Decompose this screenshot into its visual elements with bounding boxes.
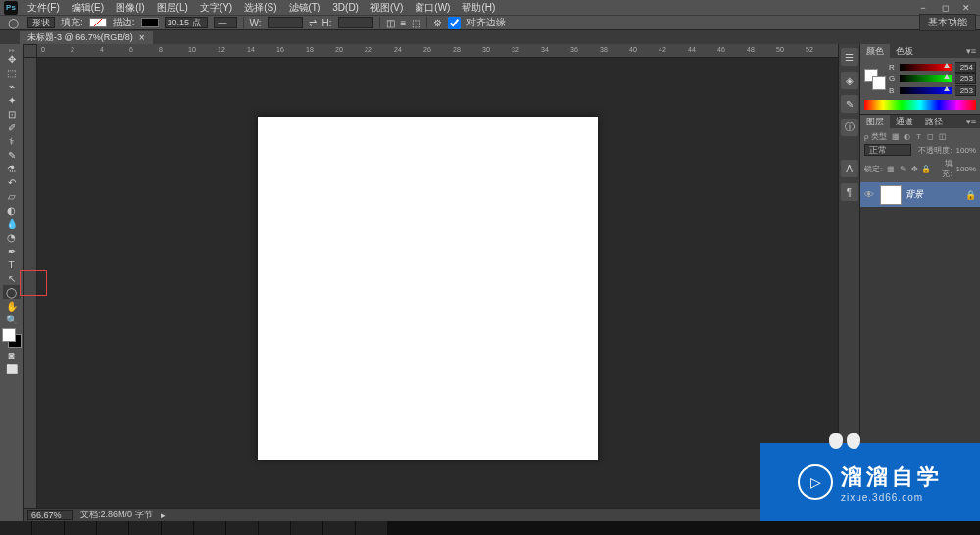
blur-tool[interactable]: 💧 xyxy=(3,217,21,230)
width-input[interactable] xyxy=(268,17,303,28)
stroke-style-dropdown[interactable]: — xyxy=(214,17,237,28)
canvas[interactable] xyxy=(258,117,598,460)
taskbar-item[interactable] xyxy=(65,521,96,535)
doc-size-info[interactable]: 文档:2.86M/0 字节 xyxy=(80,509,153,521)
taskbar-item[interactable] xyxy=(129,521,161,535)
taskbar-item[interactable] xyxy=(259,521,290,535)
fill-opacity-value[interactable]: 100% xyxy=(956,165,976,173)
marquee-tool[interactable]: ⬚ xyxy=(3,66,21,79)
menu-help[interactable]: 帮助(H) xyxy=(456,1,501,15)
taskbar-item[interactable] xyxy=(226,521,258,535)
channels-tab[interactable]: 通道 xyxy=(890,115,919,128)
swatches-tab[interactable]: 色板 xyxy=(890,44,919,58)
minimize-button[interactable]: − xyxy=(913,1,933,14)
b-slider[interactable] xyxy=(900,87,952,94)
tab-close-icon[interactable]: × xyxy=(139,32,145,43)
type-tool[interactable]: T xyxy=(3,258,21,271)
canvas-viewport[interactable] xyxy=(37,58,838,521)
taskbar-item[interactable] xyxy=(97,521,128,535)
quick-mask-toggle[interactable]: ◙ xyxy=(3,348,21,362)
layer-lock-icon[interactable]: 🔒 xyxy=(965,190,976,200)
menu-view[interactable]: 视图(V) xyxy=(365,1,409,15)
properties-panel-icon[interactable]: ◈ xyxy=(841,72,858,89)
menu-image[interactable]: 图像(I) xyxy=(110,1,150,15)
gradient-tool[interactable]: ◐ xyxy=(3,203,21,217)
layers-tab[interactable]: 图层 xyxy=(860,115,890,128)
eyedropper-tool[interactable]: ✐ xyxy=(3,121,21,134)
taskbar-item[interactable] xyxy=(194,521,225,535)
layer-visibility-icon[interactable]: 👁 xyxy=(864,189,876,200)
arrange-icon[interactable]: ⬚ xyxy=(412,18,420,28)
vertical-ruler[interactable] xyxy=(24,58,37,521)
gear-icon[interactable]: ⚙ xyxy=(433,18,442,28)
screen-mode-toggle[interactable]: ⬜ xyxy=(3,362,21,375)
align-icon[interactable]: ≡ xyxy=(401,18,407,28)
r-value[interactable]: 254 xyxy=(955,62,976,73)
pen-tool[interactable]: ✒ xyxy=(3,244,21,258)
dodge-tool[interactable]: ◔ xyxy=(3,230,21,244)
taskbar-item[interactable] xyxy=(323,521,355,535)
lock-pixels-icon[interactable]: ✎ xyxy=(898,164,907,173)
history-panel-icon[interactable]: ☰ xyxy=(841,48,858,66)
link-icon[interactable]: ⇌ xyxy=(309,18,317,28)
layer-row[interactable]: 👁 背景 🔒 xyxy=(860,182,980,208)
brush-panel-icon[interactable]: ✎ xyxy=(841,95,858,113)
layer-name[interactable]: 背景 xyxy=(906,188,923,201)
path-ops-icon[interactable]: ◫ xyxy=(386,18,395,28)
color-tab[interactable]: 颜色 xyxy=(860,44,890,58)
shape-tool[interactable]: ◯ xyxy=(3,285,21,299)
crop-tool[interactable]: ⊡ xyxy=(3,107,21,121)
menu-3d[interactable]: 3D(D) xyxy=(326,2,365,13)
color-swatches[interactable] xyxy=(2,328,22,348)
filter-type-icon[interactable]: T xyxy=(914,132,924,142)
taskbar-item[interactable] xyxy=(162,521,193,535)
menu-edit[interactable]: 编辑(E) xyxy=(66,1,110,15)
menu-window[interactable]: 窗口(W) xyxy=(409,1,456,15)
filter-adjust-icon[interactable]: ◐ xyxy=(903,132,912,142)
paragraph-panel-icon[interactable]: ¶ xyxy=(841,183,858,201)
stroke-swatch[interactable] xyxy=(141,18,159,27)
shape-mode-dropdown[interactable]: 形状 xyxy=(27,17,55,28)
move-tool[interactable]: ✥ xyxy=(3,52,21,66)
layers-menu-icon[interactable]: ▾≡ xyxy=(962,117,980,126)
stroke-width-input[interactable] xyxy=(165,17,208,28)
color-spectrum[interactable] xyxy=(864,100,976,110)
filter-pixel-icon[interactable]: ▦ xyxy=(891,132,901,142)
mini-bg-swatch[interactable] xyxy=(872,76,886,90)
character-panel-icon[interactable]: A xyxy=(841,160,858,177)
blend-mode-dropdown[interactable]: 正常 xyxy=(864,144,911,156)
healing-brush-tool[interactable]: ⚕ xyxy=(3,134,21,148)
lasso-tool[interactable]: ⌁ xyxy=(3,79,21,93)
menu-filter[interactable]: 滤镜(T) xyxy=(283,1,327,15)
color-fgbg-mini[interactable] xyxy=(864,69,886,90)
panel-menu-icon[interactable]: ▾≡ xyxy=(962,46,980,56)
foreground-swatch[interactable] xyxy=(2,328,16,342)
history-brush-tool[interactable]: ↶ xyxy=(3,175,21,189)
clone-stamp-tool[interactable]: ⚗ xyxy=(3,162,21,175)
zoom-tool[interactable]: 🔍 xyxy=(3,313,21,326)
layer-thumbnail[interactable] xyxy=(880,185,902,205)
g-value[interactable]: 253 xyxy=(955,73,976,84)
brush-tool[interactable]: ✎ xyxy=(3,148,21,162)
zoom-input[interactable]: 66.67% xyxy=(27,510,73,520)
opacity-value[interactable]: 100% xyxy=(956,146,976,155)
menu-type[interactable]: 文字(Y) xyxy=(194,1,238,15)
path-selection-tool[interactable]: ↖ xyxy=(3,271,21,285)
menu-select[interactable]: 选择(S) xyxy=(238,1,282,15)
info-panel-icon[interactable]: ⓘ xyxy=(841,119,858,136)
taskbar-item[interactable] xyxy=(0,521,31,535)
paths-tab[interactable]: 路径 xyxy=(919,115,949,128)
taskbar-item[interactable] xyxy=(32,521,64,535)
magic-wand-tool[interactable]: ✦ xyxy=(3,93,21,107)
eraser-tool[interactable]: ▱ xyxy=(3,189,21,203)
g-slider[interactable] xyxy=(900,75,952,82)
workspace-switcher[interactable]: 基本功能 xyxy=(919,14,976,31)
b-value[interactable]: 253 xyxy=(955,85,976,96)
horizontal-ruler[interactable]: 0246810121416182022242628303234363840424… xyxy=(37,44,838,58)
filter-smart-icon[interactable]: ◫ xyxy=(938,132,948,142)
filter-shape-icon[interactable]: ◻ xyxy=(926,132,936,142)
document-tab[interactable]: 未标题-3 @ 66.7%(RGB/8) × xyxy=(20,31,153,44)
hand-tool[interactable]: ✋ xyxy=(3,299,21,313)
tool-preset-icon[interactable]: ◯ xyxy=(4,16,22,29)
height-input[interactable] xyxy=(338,17,373,28)
